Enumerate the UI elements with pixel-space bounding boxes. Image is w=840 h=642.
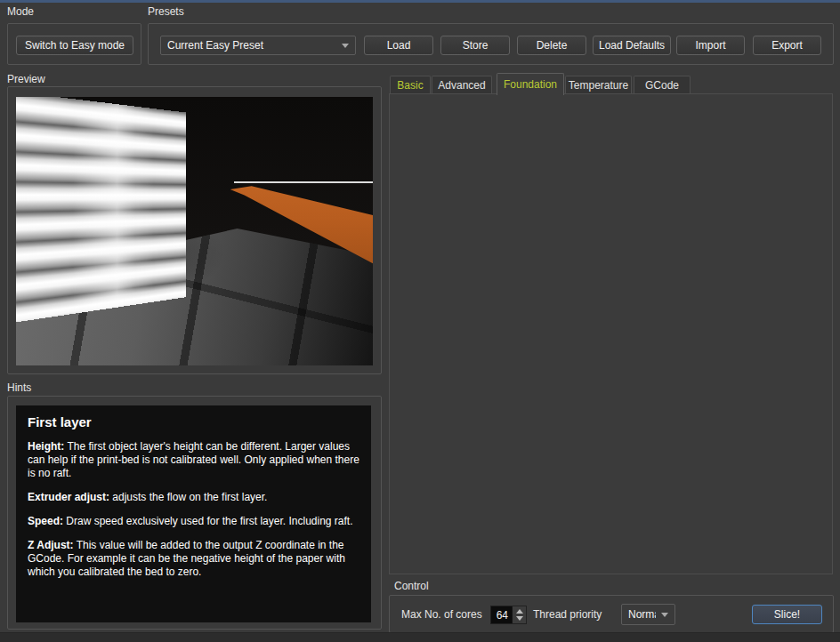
preview-groupbox [7,86,382,374]
tab-advanced[interactable]: Advanced [432,76,492,94]
hints-panel: First layer Height: The first object lay… [16,405,371,622]
hint-paragraph: Speed: Draw speed exclusively used for t… [28,515,359,528]
mode-groupbox: Switch to Easy mode [7,23,141,65]
slice-button[interactable]: Slice! [752,605,822,624]
thread-priority-select[interactable]: Normal [621,604,675,625]
preview-3d-viewport[interactable] [16,97,373,365]
load-button[interactable]: Load [364,36,433,55]
import-button[interactable]: Import [676,36,745,55]
window-top-accent [0,0,840,3]
max-cores-value: 64 [491,606,512,623]
hints-groupbox: First layer Height: The first object lay… [7,396,382,630]
tab-gcode[interactable]: GCode [634,76,691,94]
presets-groupbox: Current Easy Preset Load Store Delete Lo… [148,23,834,65]
load-defaults-button[interactable]: Load Defaults [593,36,671,55]
hints-group-label: Hints [7,381,31,394]
thread-priority-value: Normal [628,608,656,621]
preset-select-value: Current Easy Preset [167,39,336,52]
tab-temperature[interactable]: Temperature [565,76,632,94]
max-cores-label: Max No. of cores [401,608,482,621]
preview-bed-edge [234,181,373,183]
thread-priority-label: Thread priority [533,608,602,621]
hint-paragraph: Height: The first object layer's height … [28,440,359,480]
settings-tab-area: Basic Advanced Foundation Temperature GC… [389,75,833,574]
chevron-down-icon [342,44,349,48]
store-button[interactable]: Store [440,36,510,55]
chevron-down-icon [661,613,668,617]
decrement-button[interactable] [516,616,523,621]
preview-object [16,97,185,323]
presets-group-label: Presets [148,5,184,18]
tab-content-panel [389,93,833,574]
export-button[interactable]: Export [753,36,821,55]
increment-button[interactable] [516,609,523,614]
hint-paragraph: Z Adjust: This value will be added to th… [28,539,359,579]
preview-group-label: Preview [7,73,45,85]
tab-basic[interactable]: Basic [390,76,431,94]
control-groupbox: Max No. of cores 64 Thread priority Norm… [389,595,834,633]
mode-group-label: Mode [7,5,34,18]
switch-easy-mode-button[interactable]: Switch to Easy mode [16,36,133,55]
delete-button[interactable]: Delete [517,36,586,55]
preset-select[interactable]: Current Easy Preset [160,36,356,55]
hint-paragraph: Extruder adjust: adjusts the flow on the… [28,491,359,504]
hint-title: First layer [28,415,359,429]
tab-foundation[interactable]: Foundation [497,73,564,95]
window-bottom-edge [0,632,840,642]
max-cores-spinbox[interactable]: 64 [490,606,527,624]
slicer-settings-window: Mode Switch to Easy mode Presets Current… [0,0,840,642]
control-group-label: Control [394,580,429,592]
preview-object-glare [16,97,185,323]
